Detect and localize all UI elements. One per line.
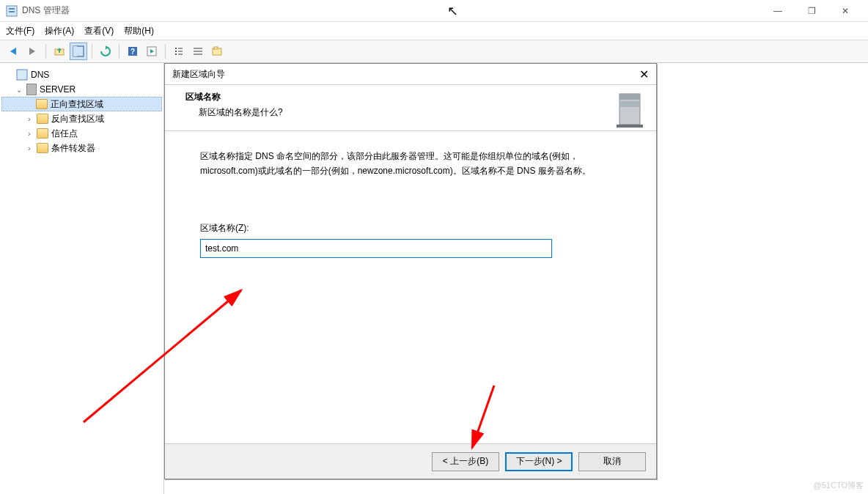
tree-panel: DNS ⌄ SERVER 正向查找区域 › 反向查找区域 › 信任点 › 条件转… bbox=[0, 63, 164, 494]
list-button-2[interactable] bbox=[189, 43, 207, 60]
menubar: 文件(F) 操作(A) 查看(V) 帮助(H) bbox=[0, 22, 868, 40]
titlebar: DNS 管理器 — ❐ ✕ bbox=[0, 0, 868, 22]
folder-icon bbox=[36, 99, 48, 109]
tree-dns-root[interactable]: DNS bbox=[1, 67, 162, 82]
back-button[interactable]: < 上一步(B) bbox=[432, 452, 499, 471]
menu-file[interactable]: 文件(F) bbox=[6, 25, 34, 37]
refresh-button[interactable] bbox=[97, 43, 114, 60]
app-icon bbox=[6, 5, 18, 17]
svg-text:?: ? bbox=[130, 48, 135, 56]
svg-rect-10 bbox=[175, 51, 177, 52]
svg-rect-20 bbox=[17, 70, 27, 80]
expand-icon: › bbox=[25, 115, 34, 123]
svg-rect-12 bbox=[178, 48, 183, 49]
svg-rect-14 bbox=[178, 54, 183, 55]
dialog-subheading: 新区域的名称是什么? bbox=[185, 106, 614, 119]
show-tree-button[interactable] bbox=[70, 43, 87, 60]
svg-rect-9 bbox=[175, 48, 177, 49]
tree-server-label: SERVER bbox=[40, 84, 76, 95]
svg-rect-24 bbox=[617, 125, 643, 128]
dialog-heading: 区域名称 bbox=[185, 92, 221, 102]
folder-icon bbox=[37, 143, 48, 153]
filter-button[interactable] bbox=[208, 43, 226, 60]
tree-fwd-label: 正向查找区域 bbox=[51, 98, 103, 111]
svg-rect-16 bbox=[194, 51, 202, 52]
svg-rect-5 bbox=[73, 46, 77, 56]
dns-icon bbox=[16, 69, 28, 81]
dialog-description: 区域名称指定 DNS 命名空间的部分，该部分由此服务器管理。这可能是你组织单位的… bbox=[200, 149, 621, 178]
folder-icon bbox=[37, 114, 48, 124]
window-title: DNS 管理器 bbox=[22, 4, 70, 17]
tree-rev-label: 反向查找区域 bbox=[51, 113, 104, 125]
zone-name-input[interactable] bbox=[200, 239, 552, 258]
tree-server[interactable]: ⌄ SERVER bbox=[1, 82, 162, 97]
up-folder-button[interactable] bbox=[51, 43, 68, 60]
menu-action[interactable]: 操作(A) bbox=[45, 25, 74, 37]
close-button[interactable]: ✕ bbox=[828, 0, 862, 22]
tree-trust-label: 信任点 bbox=[51, 128, 78, 140]
expand-icon: › bbox=[25, 144, 34, 152]
svg-rect-15 bbox=[194, 48, 202, 49]
content-panel: 新建区域向导 ✕ 区域名称 新区域的名称是什么? 区域名称指定 DNS 命名空间… bbox=[164, 63, 868, 494]
svg-rect-19 bbox=[214, 47, 218, 49]
tree-root-label: DNS bbox=[31, 70, 49, 80]
next-button[interactable]: 下一步(N) > bbox=[505, 452, 573, 471]
svg-rect-17 bbox=[194, 54, 202, 55]
new-zone-wizard-dialog: 新建区域向导 ✕ 区域名称 新区域的名称是什么? 区域名称指定 DNS 命名空间… bbox=[164, 63, 657, 479]
server-icon bbox=[26, 84, 37, 95]
help-button[interactable]: ? bbox=[124, 43, 141, 60]
menu-view[interactable]: 查看(V) bbox=[84, 25, 114, 37]
svg-rect-11 bbox=[175, 54, 177, 55]
server-tower-icon bbox=[614, 91, 646, 129]
list-button-1[interactable] bbox=[170, 43, 188, 60]
folder-icon bbox=[37, 128, 48, 139]
svg-rect-1 bbox=[9, 8, 15, 10]
svg-rect-13 bbox=[178, 51, 183, 52]
tree-trust-points[interactable]: › 信任点 bbox=[1, 126, 162, 141]
dialog-close-button[interactable]: ✕ bbox=[639, 67, 649, 81]
minimize-button[interactable]: — bbox=[761, 0, 795, 22]
maximize-button[interactable]: ❐ bbox=[795, 0, 828, 22]
cancel-button[interactable]: 取消 bbox=[578, 452, 646, 471]
collapse-icon: ⌄ bbox=[15, 86, 23, 94]
tree-cond-label: 条件转发器 bbox=[51, 142, 95, 155]
menu-help[interactable]: 帮助(H) bbox=[124, 25, 154, 37]
svg-rect-22 bbox=[619, 94, 640, 100]
back-button[interactable] bbox=[4, 43, 22, 60]
watermark: @51CTO博客 bbox=[814, 480, 864, 491]
svg-rect-23 bbox=[619, 101, 640, 107]
zone-name-label: 区域名称(Z): bbox=[200, 222, 621, 235]
expand-icon: › bbox=[25, 130, 34, 138]
run-button[interactable] bbox=[143, 43, 161, 60]
toolbar: ? bbox=[0, 40, 868, 63]
dialog-title: 新建区域向导 bbox=[172, 68, 225, 81]
tree-reverse-zones[interactable]: › 反向查找区域 bbox=[1, 111, 162, 126]
tree-forward-zones[interactable]: 正向查找区域 bbox=[1, 97, 162, 111]
forward-button[interactable] bbox=[23, 43, 41, 60]
tree-conditional-forwarders[interactable]: › 条件转发器 bbox=[1, 141, 162, 155]
svg-rect-2 bbox=[9, 11, 15, 12]
